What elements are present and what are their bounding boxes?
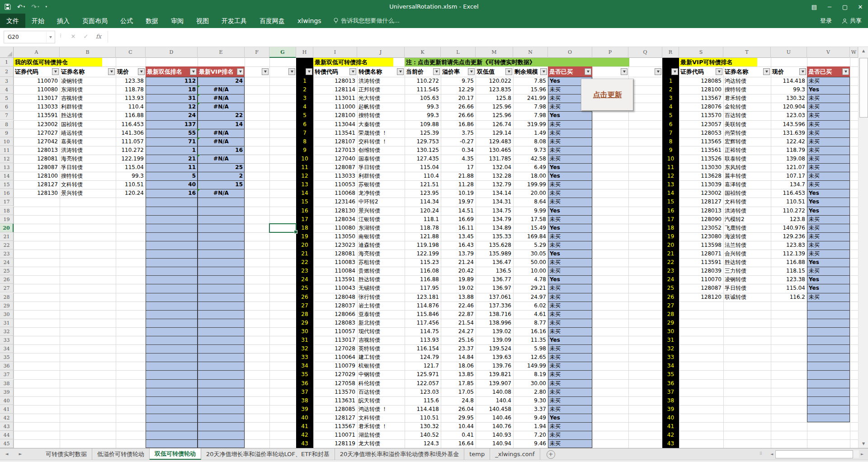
cell[interactable]: #N/A [198,137,245,146]
cell[interactable]: 124.79 [405,353,441,362]
right-rank-cell[interactable]: 40 [662,414,679,422]
cell[interactable]: 1.94 [513,422,548,431]
cell[interactable]: Yes [807,258,849,267]
row-header-3[interactable]: 3 [0,77,14,85]
cell[interactable]: 嘉泽转债 [723,180,771,189]
cell[interactable]: 128076 [679,103,723,111]
mid-rank-cell[interactable]: 8 [296,137,313,146]
row-header-22[interactable]: 22 [0,241,14,250]
column-header-E[interactable]: E [198,47,245,58]
cell[interactable]: 128066 [313,310,357,319]
right-rank-cell[interactable]: 11 [662,163,679,172]
cell[interactable]: 东湖转债 [60,85,116,94]
row-header-12[interactable]: 12 [0,155,14,163]
row-header-21[interactable]: 21 [0,232,14,241]
right-rank-cell[interactable]: 24 [662,275,679,284]
row-header-41[interactable]: 41 [0,405,14,414]
cell[interactable]: Yes [807,198,849,206]
cell[interactable]: 9.30 [513,396,548,405]
ribbon-tab-开发工具[interactable]: 开发工具 [215,14,253,28]
cell[interactable]: 胜达转债 [723,258,771,267]
cell[interactable]: 129.753 [405,137,441,146]
cell[interactable]: 荣晟转债 ！ [357,129,405,137]
cell[interactable]: 139.02 [476,327,513,336]
formula-input[interactable] [108,31,862,42]
cell[interactable]: 未买 [807,146,849,155]
cell[interactable]: 13.45 [441,232,476,241]
cell[interactable]: 127028 [313,344,357,353]
right-rank-cell[interactable]: 27 [662,302,679,310]
cell[interactable]: 6.49 [513,163,548,172]
cell[interactable]: 116.88 [116,111,146,120]
cell[interactable]: 110080 [14,85,60,94]
mid-rank-cell[interactable]: 4 [296,103,313,111]
cell[interactable]: 8.77 [513,319,548,327]
mid-rank-cell[interactable]: 21 [296,250,313,258]
right-rank-cell[interactable]: 26 [662,293,679,302]
cell[interactable]: 未买 [807,172,849,180]
cell[interactable]: 136.77 [476,275,513,284]
cell[interactable]: 128100 [313,111,357,120]
right-rank-cell[interactable]: 10 [662,155,679,163]
row-header-7[interactable]: 7 [0,111,14,120]
cell[interactable]: 联诚转债 [723,293,771,302]
cell[interactable]: 128107 [313,137,357,146]
mid-rank-cell[interactable]: 32 [296,344,313,353]
filter-dropdown-icon[interactable] [585,68,591,75]
cell[interactable]: 114.75 [405,327,441,336]
cell[interactable]: 114.876 [405,302,441,310]
cell[interactable]: -0.27 [441,137,476,146]
ribbon-tab-公式[interactable]: 公式 [114,14,139,28]
cell[interactable]: 君禾转债 [723,94,771,103]
filter-dropdown-icon[interactable] [190,68,197,75]
mid-rank-cell[interactable]: 36 [296,379,313,388]
cell[interactable]: 113591 [679,258,723,267]
cell[interactable]: 江银转债 [357,215,405,224]
cell[interactable]: 128071 [679,250,723,258]
cell[interactable]: 118.15 [771,267,807,275]
cell[interactable]: 未买 [807,77,849,85]
cell[interactable]: 141.306 [116,129,146,137]
scroll-down-icon[interactable]: ▼ [859,440,868,448]
cell[interactable]: 9.46 [513,439,548,448]
row-header-37[interactable]: 37 [0,370,14,379]
row-header-1[interactable]: 1 [0,58,14,66]
cell[interactable]: 115.04 [771,284,807,292]
cell[interactable]: 湖盐转债 [357,431,405,439]
cell[interactable]: 未买 [807,232,849,241]
cell[interactable]: 吉视转债 [357,336,405,344]
cell[interactable]: 241.99 [513,94,548,103]
cell[interactable]: 110.51 [405,414,441,422]
cell[interactable]: 三力转债 [723,267,771,275]
right-rank-cell[interactable]: 5 [662,111,679,120]
cell[interactable]: 131.785 [476,155,513,163]
row-header-5[interactable]: 5 [0,94,14,103]
cell[interactable]: 未买 [807,120,849,129]
cell[interactable]: 121.51 [405,180,441,189]
cell[interactable]: 搜特转债 [60,172,116,180]
cell[interactable]: 3.37 [513,405,548,414]
filter-dropdown-icon[interactable] [288,68,295,75]
cell[interactable]: 119.198 [405,241,441,250]
cell[interactable]: 亚泰转债 [357,310,405,319]
sheet-tab-_xlwings.conf[interactable]: _xlwings.conf [490,448,540,460]
right-rank-cell[interactable]: 19 [662,232,679,241]
cell[interactable]: 140.08 [476,388,513,396]
cell[interactable]: 50.00 [513,258,548,267]
mid-rank-cell[interactable]: 24 [296,275,313,284]
column-header-C[interactable]: C [116,47,146,58]
cell[interactable]: 107.17 [771,172,807,180]
mid-rank-cell[interactable]: 7 [296,129,313,137]
cell[interactable]: 未买 [807,103,849,111]
cell[interactable]: 未买 [548,180,592,189]
cell[interactable]: 139.524 [476,344,513,353]
cell[interactable]: 110.51 [116,180,146,189]
row-header-33[interactable]: 33 [0,336,14,344]
cell[interactable]: 128127 [313,414,357,422]
cell[interactable]: 128087 [313,163,357,172]
cell[interactable]: 123.95 [405,189,441,198]
cell[interactable]: 3.75 [441,129,476,137]
new-sheet-button[interactable]: + [547,450,555,459]
filter-dropdown-icon[interactable] [655,68,661,75]
cell[interactable]: 113030 [679,163,723,172]
